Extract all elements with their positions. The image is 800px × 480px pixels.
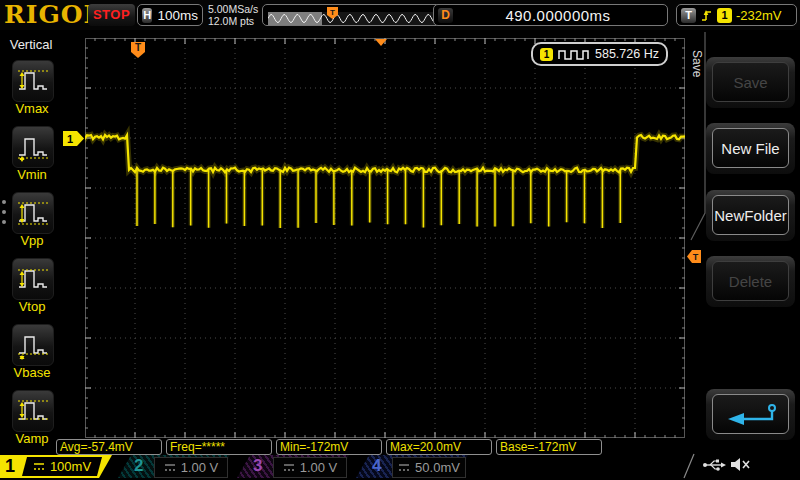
channel-2-number: 2 [134,456,143,476]
h-badge: H [142,8,152,23]
vamp-icon [16,395,50,427]
square-wave-icon [558,49,590,60]
svg-text:T: T [693,252,699,262]
oscilloscope-screen: { "topbar": { "logo": "RIGOL", "run_stat… [0,0,800,480]
menu-tab-save: Save [690,50,704,77]
measure-avg: Avg=-57.4mV [56,439,162,455]
channel-3-number: 3 [253,456,262,476]
vtop-icon [16,263,50,295]
channel-3-scale: 1.00 V [273,457,347,478]
vamp-label: Vamp [0,431,64,446]
timebase-value: 100ms [157,8,198,23]
trigger-level-value: -232mV [736,8,782,23]
usb-icon [702,457,726,473]
trigger-slope-icon [700,8,713,23]
menu-button-back[interactable] [706,389,795,440]
dc-coupling-icon [398,463,410,472]
menu-button-new-file[interactable]: New File [706,123,795,174]
vpp-label: Vpp [0,233,64,248]
acquisition-info: 5.00MSa/s 12.0M pts [208,3,258,27]
vmax-button[interactable] [12,60,54,102]
measure-freq: Freq=***** [166,439,272,455]
vpp-button[interactable] [12,192,54,234]
waveform-display: T [85,38,685,438]
svg-text:T: T [135,42,141,53]
vmin-label: Vmin [0,167,64,182]
vtop-label: Vtop [0,299,64,314]
d-badge: D [438,8,453,23]
trigger-source-badge: 1 [717,8,732,23]
page-indicator-dot [2,220,6,224]
page-indicator-dot [2,210,6,214]
measure-max: Max=20.0mV [386,439,492,455]
channel-4-status[interactable]: 4 50.0mV [356,455,470,478]
vpp-icon [16,197,50,229]
timebase-readout[interactable]: H 100ms [137,4,203,26]
speaker-muted-icon [730,456,752,473]
menu-button-new-folder[interactable]: NewFolder [706,190,795,241]
sample-rate: 5.00MSa/s [208,3,258,15]
page-indicator-dot [2,200,6,204]
memory-trigger-flag-icon: T [326,5,339,21]
channel-4-scale: 50.0mV [392,457,466,478]
measure-base: Base=-172mV [496,439,602,455]
vmax-icon [16,65,50,97]
sidebar-title: Vertical [0,37,62,52]
menu-button-delete[interactable]: Delete [706,256,795,307]
return-arrow-icon [720,401,782,427]
vmax-label: Vmax [0,101,64,116]
delay-value: 490.000000ms [453,7,663,24]
channel-2-scale: 1.00 V [154,457,228,478]
trigger-level-marker[interactable]: T [686,249,702,264]
freq-value: 585.726 Hz [595,47,659,61]
channel-1-number: 1 [5,456,15,477]
trigger-readout[interactable]: T 1 -232mV [676,4,797,26]
channel-3-status[interactable]: 3 1.00 V [237,455,351,478]
frequency-counter: 1 585.726 Hz [531,42,668,66]
dc-coupling-icon [33,462,45,471]
channel-1-scale: 100mV [22,457,102,476]
vbase-button[interactable] [12,324,54,366]
dc-coupling-icon [164,463,176,472]
channel-1-status[interactable]: 1 100mV [0,455,114,478]
freq-source-badge: 1 [540,48,553,61]
svg-text:T: T [330,8,335,17]
vbase-label: Vbase [0,365,64,380]
top-bar: RIGOL STOP H 100ms 5.00MSa/s 12.0M pts T… [0,0,800,30]
measurement-bar: Avg=-57.4mV Freq=***** Min=-172mV Max=20… [56,439,602,455]
channel1-position-marker[interactable]: 1 [62,130,85,147]
vamp-button[interactable] [12,390,54,432]
t-badge: T [681,8,696,23]
vmin-button[interactable] [12,126,54,168]
measure-min: Min=-172mV [276,439,382,455]
vbase-icon [16,329,50,361]
vtop-button[interactable] [12,258,54,300]
channel-4-number: 4 [372,456,381,476]
run-state-badge[interactable]: STOP [88,4,135,26]
statusbar-divider [680,452,700,479]
vmin-icon [16,131,50,163]
delay-readout[interactable]: D 490.000000ms [433,4,668,26]
dc-coupling-icon [283,463,295,472]
menu-button-save[interactable]: Save [706,57,795,108]
memory-depth: 12.0M pts [208,15,258,27]
svg-text:1: 1 [67,133,73,145]
waveform-grid: T [85,38,685,438]
channel-2-status[interactable]: 2 1.00 V [118,455,232,478]
